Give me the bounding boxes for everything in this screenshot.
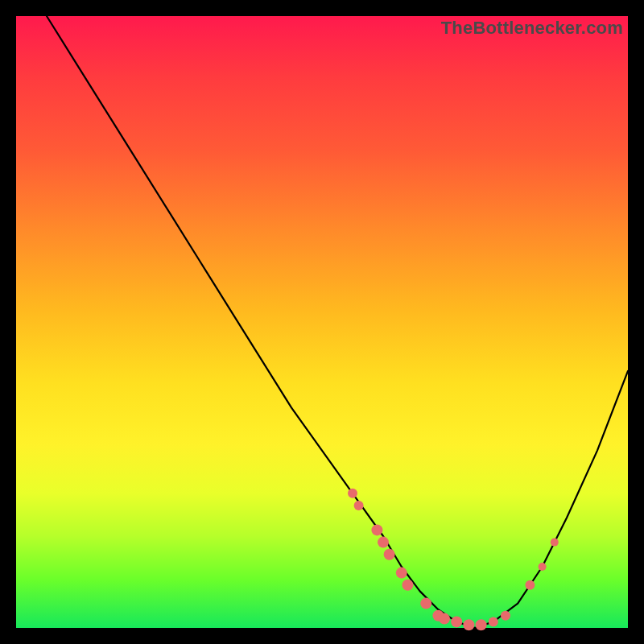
chart-frame: TheBottlenecker.com	[16, 16, 628, 628]
curve-marker	[439, 613, 450, 625]
curve-marker	[396, 568, 407, 579]
curve-marker	[371, 524, 382, 535]
curve-marker	[539, 563, 547, 571]
curve-marker	[384, 549, 395, 560]
chart-svg	[16, 16, 628, 628]
curve-marker	[354, 501, 364, 510]
curve-marker	[463, 619, 474, 630]
curve-marker	[348, 489, 357, 498]
curve-marker	[489, 617, 498, 626]
curve-marker	[476, 619, 487, 630]
curve-marker	[451, 616, 462, 627]
curve-markers	[348, 489, 559, 630]
curve-marker	[551, 539, 559, 547]
curve-marker	[378, 537, 389, 548]
bottleneck-curve	[47, 16, 628, 628]
curve-marker	[402, 580, 413, 591]
watermark-label: TheBottlenecker.com	[441, 18, 623, 39]
curve-marker	[420, 598, 431, 609]
curve-marker	[525, 580, 535, 590]
curve-marker	[501, 611, 510, 621]
